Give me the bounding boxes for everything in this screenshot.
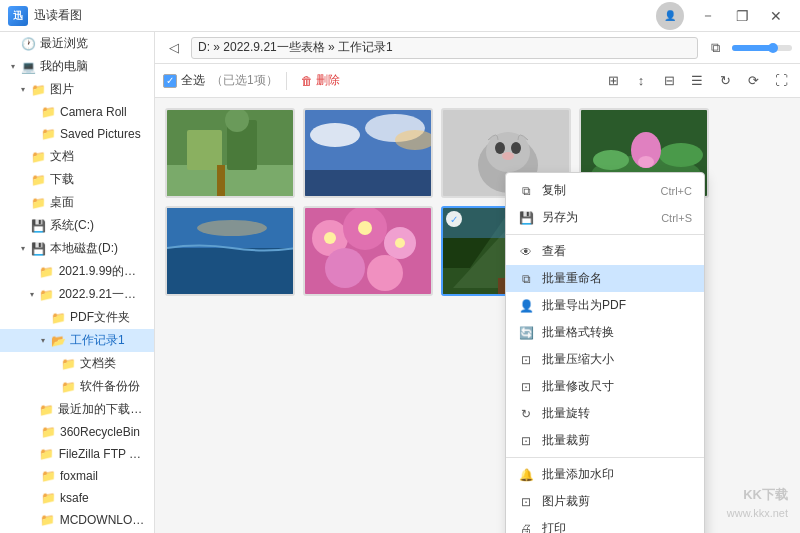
sidebar-item-图片[interactable]: ▾ 📁 图片 — [0, 78, 154, 101]
sidebar-item-label: Camera Roll — [60, 105, 127, 119]
sidebar-item-label: ksafe — [60, 491, 89, 505]
sidebar-item-文档[interactable]: 📁 文档 — [0, 145, 154, 168]
sidebar-item-label: 我的电脑 — [40, 58, 88, 75]
sidebar-item-文档类[interactable]: 📁 文档类 — [0, 352, 154, 375]
minimize-button[interactable]: － — [692, 4, 724, 28]
sidebar-item-pdf文件夹[interactable]: 📁 PDF文件夹 — [0, 306, 154, 329]
menu-item-batch-watermark[interactable]: 🔔 批量添加水印 — [506, 461, 704, 488]
toolbar: 全选 （已选1项） 🗑 删除 ⊞ ↕ ⊟ ☰ ↻ ⟳ ⛶ — [155, 64, 800, 98]
select-all-checkbox[interactable] — [163, 74, 177, 88]
menu-item-batch-compress[interactable]: ⊡ 批量压缩大小 — [506, 346, 704, 373]
image-thumbnail-6[interactable] — [303, 206, 433, 296]
user-avatar[interactable]: 👤 — [656, 2, 684, 30]
folder-icon: 📁 — [39, 265, 55, 279]
folder-icon: 📁 — [60, 357, 76, 371]
svg-rect-25 — [167, 248, 295, 296]
folder-icon: 💻 — [20, 60, 36, 74]
folder-icon: 💾 — [30, 242, 46, 256]
close-button[interactable]: ✕ — [760, 4, 792, 28]
menu-item-batch-crop[interactable]: ⊡ 批量裁剪 — [506, 427, 704, 454]
sidebar-item-本地磁盘(d:)[interactable]: ▾ 💾 本地磁盘(D:) — [0, 237, 154, 260]
sidebar-item-label: 文档类 — [80, 355, 116, 372]
sidebar-item-label: 360RecycleBin — [60, 425, 140, 439]
sidebar-item-下载[interactable]: 📁 下载 — [0, 168, 154, 191]
rotate-button[interactable]: ↻ — [714, 70, 736, 92]
menu-item-print[interactable]: 🖨 打印 — [506, 515, 704, 533]
batch-rename-menu-label: 批量重命名 — [542, 270, 602, 287]
sidebar-item-mcdownload[interactable]: 📁 MCDOWNLOAD — [0, 509, 154, 531]
sidebar-item-label: 文档 — [50, 148, 74, 165]
menu-item-batch-format[interactable]: 🔄 批量格式转换 — [506, 319, 704, 346]
batch-format-menu-label: 批量格式转换 — [542, 324, 614, 341]
sort-button[interactable]: ↕ — [630, 70, 652, 92]
expand-arrow-icon: ▾ — [38, 336, 48, 345]
folder-icon: 📁 — [38, 403, 54, 417]
saveas-menu-icon: 💾 — [518, 210, 534, 226]
svg-point-14 — [495, 142, 505, 154]
expand-arrow-icon: ▾ — [18, 85, 28, 94]
sidebar-item-foxmail[interactable]: 📁 foxmail — [0, 465, 154, 487]
menu-item-saveas[interactable]: 💾 另存为 Ctrl+S — [506, 204, 704, 231]
folder-icon: 💾 — [30, 219, 46, 233]
sidebar-item-桌面[interactable]: 📁 桌面 — [0, 191, 154, 214]
batch-compress-menu-label: 批量压缩大小 — [542, 351, 614, 368]
sidebar-item-最近浏览[interactable]: 🕐 最近浏览 — [0, 32, 154, 55]
menu-item-batch-rotate[interactable]: ↻ 批量旋转 — [506, 400, 704, 427]
content-area: ◁ ⧉ 全选 （已选1项） 🗑 删除 ⊞ ↕ ⊟ — [155, 32, 800, 533]
sidebar-item-系统(c:)[interactable]: 💾 系统(C:) — [0, 214, 154, 237]
svg-point-32 — [367, 255, 403, 291]
crop-menu-label: 图片裁剪 — [542, 493, 590, 510]
folder-icon: 📁 — [40, 425, 56, 439]
svg-point-33 — [324, 232, 336, 244]
fullscreen-button[interactable]: ⛶ — [770, 70, 792, 92]
sidebar-item-软件备份份[interactable]: 📁 软件备份份 — [0, 375, 154, 398]
sidebar-item-label: 图片 — [50, 81, 74, 98]
menu-separator — [506, 234, 704, 235]
folder-icon: 📂 — [50, 334, 66, 348]
view-mode-button-1[interactable]: ⊞ — [602, 70, 624, 92]
new-window-button[interactable]: ⧉ — [704, 37, 726, 59]
sidebar-item-filezillaftpclient[interactable]: 📁 FileZilla FTP Client — [0, 443, 154, 465]
sidebar-item-2022.9.21一些表格[interactable]: ▾ 📁 2022.9.21一些表格 — [0, 283, 154, 306]
menu-item-batch-rename[interactable]: ⧉ 批量重命名 — [506, 265, 704, 292]
sidebar-item-cameraroll[interactable]: 📁 Camera Roll — [0, 101, 154, 123]
menu-item-batch-pdf[interactable]: 👤 批量导出为PDF — [506, 292, 704, 319]
restore-button[interactable]: ❐ — [726, 4, 758, 28]
delete-button[interactable]: 🗑 删除 — [295, 69, 346, 92]
expand-arrow-icon: ▾ — [18, 244, 28, 253]
sidebar-item-2021.9.99的文件夹[interactable]: 📁 2021.9.99的文件夹 — [0, 260, 154, 283]
sidebar-item-label: 软件备份份 — [80, 378, 140, 395]
sidebar-item-label: MCDOWNLOAD — [60, 513, 146, 527]
sidebar-item-ksafe[interactable]: 📁 ksafe — [0, 487, 154, 509]
batch-pdf-menu-label: 批量导出为PDF — [542, 297, 626, 314]
sidebar-item-label: 下载 — [50, 171, 74, 188]
menu-item-copy[interactable]: ⧉ 复制 Ctrl+C — [506, 177, 704, 204]
sidebar-item-360recyclebin[interactable]: 📁 360RecycleBin — [0, 421, 154, 443]
sidebar-item-工作记录1[interactable]: ▾ 📂 工作记录1 — [0, 329, 154, 352]
refresh-button[interactable]: ⟳ — [742, 70, 764, 92]
batch-pdf-menu-icon: 👤 — [518, 298, 534, 314]
select-all-container: 全选 （已选1项） — [163, 72, 278, 89]
view-menu-icon: 👁 — [518, 244, 534, 260]
sidebar-item-label: 系统(C:) — [50, 217, 94, 234]
sidebar-item-label: 工作记录1 — [70, 332, 125, 349]
menu-item-view[interactable]: 👁 查看 — [506, 238, 704, 265]
batch-crop-menu-label: 批量裁剪 — [542, 432, 590, 449]
folder-icon: 📁 — [30, 150, 46, 164]
saveas-menu-label: 另存为 — [542, 209, 578, 226]
sidebar-item-最近加的下载器的...[interactable]: 📁 最近加的下载器的... — [0, 398, 154, 421]
image-thumbnail-1[interactable] — [165, 108, 295, 198]
menu-item-batch-resize[interactable]: ⊡ 批量修改尺寸 — [506, 373, 704, 400]
image-thumbnail-2[interactable] — [303, 108, 433, 198]
image-thumbnail-5[interactable] — [165, 206, 295, 296]
menu-item-crop[interactable]: ⊡ 图片裁剪 — [506, 488, 704, 515]
sidebar-item-savedpictures[interactable]: 📁 Saved Pictures — [0, 123, 154, 145]
view-mode-button-2[interactable]: ⊟ — [658, 70, 680, 92]
nav-back-button[interactable]: ◁ — [163, 37, 185, 59]
batch-watermark-menu-icon: 🔔 — [518, 467, 534, 483]
view-mode-button-3[interactable]: ☰ — [686, 70, 708, 92]
address-input[interactable] — [191, 37, 698, 59]
svg-point-15 — [511, 142, 521, 154]
folder-icon: 📁 — [50, 311, 66, 325]
sidebar-item-我的电脑[interactable]: ▾ 💻 我的电脑 — [0, 55, 154, 78]
